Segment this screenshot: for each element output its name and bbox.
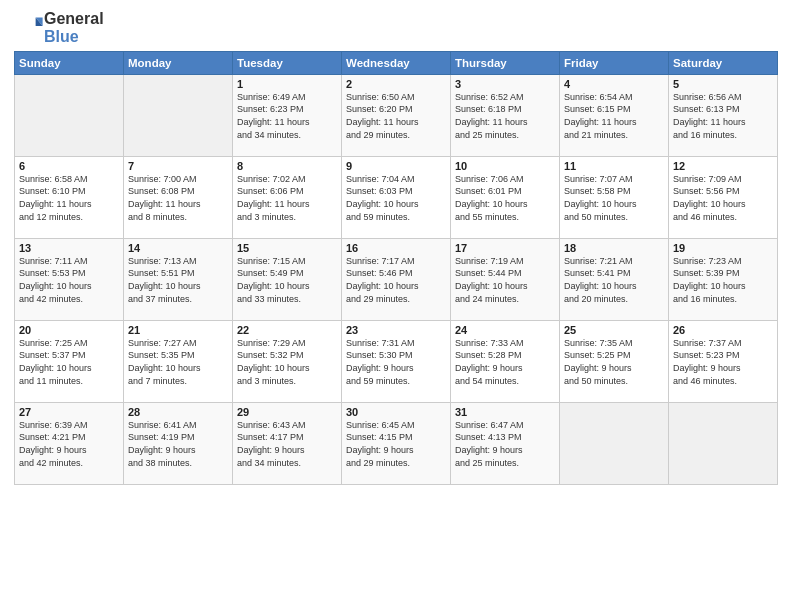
day-cell: 10Sunrise: 7:06 AM Sunset: 6:01 PM Dayli… [451, 156, 560, 238]
page: General Blue SundayMondayTuesdayWednesda… [0, 0, 792, 612]
day-cell: 8Sunrise: 7:02 AM Sunset: 6:06 PM Daylig… [233, 156, 342, 238]
day-cell: 3Sunrise: 6:52 AM Sunset: 6:18 PM Daylig… [451, 74, 560, 156]
day-info: Sunrise: 7:13 AM Sunset: 5:51 PM Dayligh… [128, 255, 228, 305]
day-cell: 24Sunrise: 7:33 AM Sunset: 5:28 PM Dayli… [451, 320, 560, 402]
weekday-thursday: Thursday [451, 51, 560, 74]
day-number: 4 [564, 78, 664, 90]
day-cell: 1Sunrise: 6:49 AM Sunset: 6:23 PM Daylig… [233, 74, 342, 156]
day-cell: 7Sunrise: 7:00 AM Sunset: 6:08 PM Daylig… [124, 156, 233, 238]
day-number: 9 [346, 160, 446, 172]
day-cell: 17Sunrise: 7:19 AM Sunset: 5:44 PM Dayli… [451, 238, 560, 320]
logo-icon [16, 12, 44, 40]
day-info: Sunrise: 7:17 AM Sunset: 5:46 PM Dayligh… [346, 255, 446, 305]
day-info: Sunrise: 7:11 AM Sunset: 5:53 PM Dayligh… [19, 255, 119, 305]
header: General Blue [14, 10, 778, 47]
day-number: 28 [128, 406, 228, 418]
day-cell: 16Sunrise: 7:17 AM Sunset: 5:46 PM Dayli… [342, 238, 451, 320]
day-cell: 14Sunrise: 7:13 AM Sunset: 5:51 PM Dayli… [124, 238, 233, 320]
day-info: Sunrise: 7:04 AM Sunset: 6:03 PM Dayligh… [346, 173, 446, 223]
weekday-saturday: Saturday [669, 51, 778, 74]
day-cell: 19Sunrise: 7:23 AM Sunset: 5:39 PM Dayli… [669, 238, 778, 320]
day-number: 7 [128, 160, 228, 172]
day-number: 15 [237, 242, 337, 254]
day-number: 14 [128, 242, 228, 254]
day-number: 30 [346, 406, 446, 418]
day-number: 26 [673, 324, 773, 336]
day-info: Sunrise: 7:00 AM Sunset: 6:08 PM Dayligh… [128, 173, 228, 223]
weekday-header-row: SundayMondayTuesdayWednesdayThursdayFrid… [15, 51, 778, 74]
day-cell: 31Sunrise: 6:47 AM Sunset: 4:13 PM Dayli… [451, 402, 560, 484]
day-cell: 11Sunrise: 7:07 AM Sunset: 5:58 PM Dayli… [560, 156, 669, 238]
day-cell: 21Sunrise: 7:27 AM Sunset: 5:35 PM Dayli… [124, 320, 233, 402]
day-cell: 25Sunrise: 7:35 AM Sunset: 5:25 PM Dayli… [560, 320, 669, 402]
day-info: Sunrise: 6:41 AM Sunset: 4:19 PM Dayligh… [128, 419, 228, 469]
week-row-1: 1Sunrise: 6:49 AM Sunset: 6:23 PM Daylig… [15, 74, 778, 156]
day-cell: 13Sunrise: 7:11 AM Sunset: 5:53 PM Dayli… [15, 238, 124, 320]
day-number: 11 [564, 160, 664, 172]
day-info: Sunrise: 7:29 AM Sunset: 5:32 PM Dayligh… [237, 337, 337, 387]
day-info: Sunrise: 6:47 AM Sunset: 4:13 PM Dayligh… [455, 419, 555, 469]
day-number: 5 [673, 78, 773, 90]
logo-line2: Blue [44, 28, 104, 46]
day-number: 19 [673, 242, 773, 254]
week-row-2: 6Sunrise: 6:58 AM Sunset: 6:10 PM Daylig… [15, 156, 778, 238]
logo-line1: General [44, 10, 104, 28]
weekday-sunday: Sunday [15, 51, 124, 74]
day-info: Sunrise: 7:07 AM Sunset: 5:58 PM Dayligh… [564, 173, 664, 223]
week-row-4: 20Sunrise: 7:25 AM Sunset: 5:37 PM Dayli… [15, 320, 778, 402]
day-cell [560, 402, 669, 484]
day-cell: 15Sunrise: 7:15 AM Sunset: 5:49 PM Dayli… [233, 238, 342, 320]
day-info: Sunrise: 7:19 AM Sunset: 5:44 PM Dayligh… [455, 255, 555, 305]
day-number: 16 [346, 242, 446, 254]
week-row-5: 27Sunrise: 6:39 AM Sunset: 4:21 PM Dayli… [15, 402, 778, 484]
day-number: 31 [455, 406, 555, 418]
week-row-3: 13Sunrise: 7:11 AM Sunset: 5:53 PM Dayli… [15, 238, 778, 320]
day-info: Sunrise: 7:37 AM Sunset: 5:23 PM Dayligh… [673, 337, 773, 387]
day-info: Sunrise: 7:02 AM Sunset: 6:06 PM Dayligh… [237, 173, 337, 223]
day-number: 1 [237, 78, 337, 90]
day-cell: 23Sunrise: 7:31 AM Sunset: 5:30 PM Dayli… [342, 320, 451, 402]
calendar: SundayMondayTuesdayWednesdayThursdayFrid… [14, 51, 778, 485]
day-info: Sunrise: 7:27 AM Sunset: 5:35 PM Dayligh… [128, 337, 228, 387]
day-number: 6 [19, 160, 119, 172]
weekday-monday: Monday [124, 51, 233, 74]
day-info: Sunrise: 6:50 AM Sunset: 6:20 PM Dayligh… [346, 91, 446, 141]
day-cell: 4Sunrise: 6:54 AM Sunset: 6:15 PM Daylig… [560, 74, 669, 156]
day-cell: 12Sunrise: 7:09 AM Sunset: 5:56 PM Dayli… [669, 156, 778, 238]
day-cell: 5Sunrise: 6:56 AM Sunset: 6:13 PM Daylig… [669, 74, 778, 156]
day-number: 27 [19, 406, 119, 418]
logo: General Blue [14, 10, 104, 47]
day-info: Sunrise: 7:21 AM Sunset: 5:41 PM Dayligh… [564, 255, 664, 305]
day-cell [124, 74, 233, 156]
day-cell: 28Sunrise: 6:41 AM Sunset: 4:19 PM Dayli… [124, 402, 233, 484]
day-info: Sunrise: 6:43 AM Sunset: 4:17 PM Dayligh… [237, 419, 337, 469]
day-number: 29 [237, 406, 337, 418]
day-info: Sunrise: 6:45 AM Sunset: 4:15 PM Dayligh… [346, 419, 446, 469]
day-number: 24 [455, 324, 555, 336]
day-cell: 20Sunrise: 7:25 AM Sunset: 5:37 PM Dayli… [15, 320, 124, 402]
day-cell: 27Sunrise: 6:39 AM Sunset: 4:21 PM Dayli… [15, 402, 124, 484]
day-info: Sunrise: 6:56 AM Sunset: 6:13 PM Dayligh… [673, 91, 773, 141]
weekday-wednesday: Wednesday [342, 51, 451, 74]
weekday-tuesday: Tuesday [233, 51, 342, 74]
day-info: Sunrise: 7:23 AM Sunset: 5:39 PM Dayligh… [673, 255, 773, 305]
weekday-friday: Friday [560, 51, 669, 74]
day-number: 12 [673, 160, 773, 172]
day-info: Sunrise: 7:25 AM Sunset: 5:37 PM Dayligh… [19, 337, 119, 387]
day-number: 21 [128, 324, 228, 336]
day-number: 17 [455, 242, 555, 254]
day-cell [669, 402, 778, 484]
day-cell: 30Sunrise: 6:45 AM Sunset: 4:15 PM Dayli… [342, 402, 451, 484]
day-cell: 29Sunrise: 6:43 AM Sunset: 4:17 PM Dayli… [233, 402, 342, 484]
day-cell: 22Sunrise: 7:29 AM Sunset: 5:32 PM Dayli… [233, 320, 342, 402]
day-number: 3 [455, 78, 555, 90]
day-info: Sunrise: 7:06 AM Sunset: 6:01 PM Dayligh… [455, 173, 555, 223]
day-info: Sunrise: 7:35 AM Sunset: 5:25 PM Dayligh… [564, 337, 664, 387]
day-cell: 6Sunrise: 6:58 AM Sunset: 6:10 PM Daylig… [15, 156, 124, 238]
day-info: Sunrise: 6:52 AM Sunset: 6:18 PM Dayligh… [455, 91, 555, 141]
day-info: Sunrise: 6:39 AM Sunset: 4:21 PM Dayligh… [19, 419, 119, 469]
day-number: 2 [346, 78, 446, 90]
day-info: Sunrise: 6:54 AM Sunset: 6:15 PM Dayligh… [564, 91, 664, 141]
day-info: Sunrise: 7:31 AM Sunset: 5:30 PM Dayligh… [346, 337, 446, 387]
day-info: Sunrise: 7:09 AM Sunset: 5:56 PM Dayligh… [673, 173, 773, 223]
